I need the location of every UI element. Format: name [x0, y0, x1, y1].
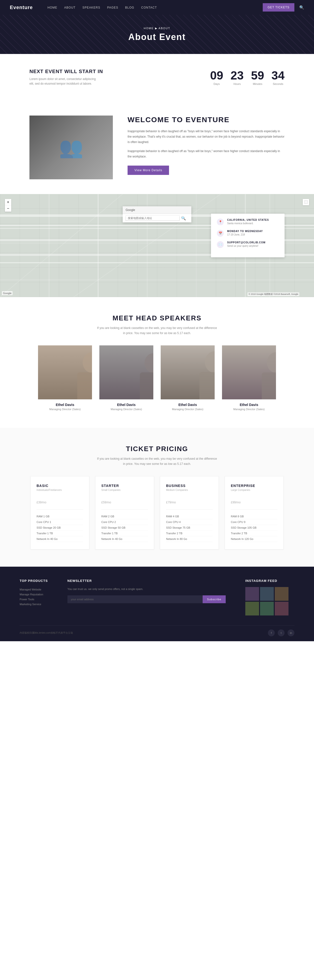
fullscreen-button[interactable]: ⛶ [303, 199, 309, 205]
nav-blog[interactable]: Blog [125, 6, 134, 10]
speaker-silhouette-3 [188, 345, 215, 399]
map-search-row: 🔍 [123, 214, 191, 223]
social-facebook[interactable]: f [268, 630, 275, 636]
hours-label: Hours [231, 83, 244, 85]
speaker-silhouette-1 [65, 345, 92, 399]
instagram-item-6[interactable] [275, 602, 288, 616]
countdown-left: NEXT EVENT WILL START IN Lorem ipsum dol… [29, 69, 103, 86]
instagram-item-4[interactable] [245, 602, 259, 616]
email-text: SUPPORT@COLORLIB.COM Send us your query … [227, 241, 265, 247]
feature-basic-0: RAM 1 GB [37, 514, 83, 519]
navbar: Eventure Home About Speakers Pages Blog … [0, 0, 314, 15]
desc-enterprise: Large Companies [231, 488, 277, 492]
svg-point-12 [83, 352, 92, 373]
welcome-para2: Inappropriate behavior is often laughed … [128, 149, 285, 159]
nav-contact[interactable]: Contact [141, 6, 157, 10]
feature-basic-3: Transfer 1 TB [37, 531, 83, 536]
google-map-overlay: Google 🔍 [123, 206, 191, 223]
price-value-business: £79 [166, 501, 171, 504]
speaker-silhouette-4 [249, 345, 276, 399]
hero-section: HOME ▶ ABOUT About Event [0, 15, 314, 54]
schedule-title: MONDAY TO WEDNESDAY [227, 230, 263, 232]
speaker-card-2: Ethel Davis Managing Director (Sales) [99, 345, 153, 410]
price-value-enterprise: £99 [231, 501, 236, 504]
feature-enterprise-1: Core CPU 9 [231, 519, 277, 525]
tier-enterprise: ENTERPRISE [231, 484, 277, 488]
breadcrumb-separator: ▶ [155, 27, 158, 30]
speaker-name-3: Ethel Davis [161, 403, 215, 407]
speaker-name-2: Ethel Davis [99, 403, 153, 407]
feature-business-4: Network In 80 Go [166, 536, 213, 542]
instagram-item-2[interactable] [260, 587, 274, 601]
period-basic: /mo [41, 501, 46, 504]
footer-product-0[interactable]: Managed Website [20, 587, 48, 592]
get-tickets-button[interactable]: Get Tickets [263, 3, 294, 11]
social-linkedin[interactable]: in [287, 630, 294, 636]
instagram-item-1[interactable] [245, 587, 259, 601]
footer-newsletter-desc: You can trust us. we only send promo off… [67, 587, 226, 592]
location-text: CALIFORNIA, UNITED STATES Santa monica b… [227, 219, 269, 225]
breadcrumb-home: HOME [144, 27, 154, 30]
countdown-heading: NEXT EVENT WILL START IN [29, 69, 103, 74]
newsletter-subscribe-button[interactable]: Subscribe [202, 595, 226, 603]
welcome-title: WELCOME TO EVENTURE [128, 116, 285, 124]
period-business: /mo [171, 501, 176, 504]
map-search-input[interactable] [126, 215, 180, 221]
feature-enterprise-0: RAM 8 GB [231, 514, 277, 519]
zoom-in-button[interactable]: + [5, 199, 11, 205]
countdown-seconds: 34 Seconds [271, 70, 285, 85]
price-business: £79/mo [166, 495, 213, 506]
map-search-icon[interactable]: 🔍 [181, 216, 186, 221]
pricing-card-basic: BASIC Individuals/Freelancers £39/mo RAM… [30, 476, 89, 549]
speakers-grid: Ethel Davis Managing Director (Sales) Et… [29, 345, 285, 410]
footer-instagram-col: INSTAGRAM FEED [245, 579, 294, 616]
speaker-card-4: Ethel Davis Managing Director (Sales) [222, 345, 276, 410]
pricing-section: TICKET PRICING If you are looking at bla… [0, 428, 314, 567]
minutes-value: 59 [251, 70, 264, 81]
welcome-image [29, 116, 113, 179]
social-twitter[interactable]: t [278, 630, 285, 636]
footer-products-list: Managed Website Manage Reputation Power … [20, 587, 48, 607]
nav-home[interactable]: Home [48, 6, 57, 10]
feature-basic-1: Core CPU 1 [37, 519, 83, 525]
features-business: RAM 4 GB Core CPU 4 SSD Storage 75 GB Tr… [166, 509, 213, 542]
footer-newsletter-title: NEWSLETTER [67, 579, 226, 582]
nav-pages[interactable]: Pages [107, 6, 118, 10]
zoom-out-button[interactable]: − [5, 205, 11, 212]
instagram-item-5[interactable] [260, 602, 274, 616]
location-info: 📍 CALIFORNIA, UNITED STATES Santa monica… [217, 219, 279, 226]
newsletter-email-input[interactable] [67, 595, 202, 603]
days-value: 09 [210, 70, 223, 81]
google-watermark: Google [2, 291, 13, 295]
svg-rect-19 [262, 372, 276, 399]
speakers-subtitle: If you are looking at blank cassettes on… [96, 326, 218, 336]
search-icon[interactable]: 🔍 [299, 5, 304, 10]
footer-instagram-title: INSTAGRAM FEED [245, 579, 294, 582]
instagram-item-3[interactable] [275, 587, 288, 601]
countdown-description: Lorem ipsum dolor sit amet, consectetur … [29, 77, 98, 86]
calendar-icon: 📅 [217, 230, 224, 237]
nav-speakers[interactable]: Speakers [83, 6, 100, 10]
nav-about[interactable]: About [64, 6, 76, 10]
feature-starter-0: RAM 2 GB [101, 514, 148, 519]
feature-basic-2: SSD Storage 20 GB [37, 525, 83, 531]
speaker-image-4 [222, 345, 276, 399]
speaker-role-1: Managing Director (Sales) [38, 408, 92, 410]
pricing-card-business: BUSINESS Medium Companies £79/mo RAM 4 G… [160, 476, 219, 549]
footer-product-3[interactable]: Marketing Service [20, 602, 48, 607]
welcome-image-placeholder [29, 116, 113, 179]
instagram-grid [245, 587, 294, 616]
map-info-box: 📍 CALIFORNIA, UNITED STATES Santa monica… [211, 214, 285, 257]
footer-product-1[interactable]: Manage Reputation [20, 592, 48, 597]
map-zoom-controls: + − [5, 199, 11, 212]
feature-business-2: SSD Storage 75 GB [166, 525, 213, 531]
speaker-role-4: Managing Director (Sales) [222, 408, 276, 410]
view-more-button[interactable]: View More Details [128, 165, 169, 175]
schedule-info: 📅 MONDAY TO WEDNESDAY 17-19 June, 218 [217, 230, 279, 237]
pricing-card-enterprise: ENTERPRISE Large Companies £99/mo RAM 8 … [225, 476, 284, 549]
tier-basic: BASIC [37, 484, 83, 488]
feature-starter-1: Core CPU 2 [101, 519, 148, 525]
nav-logo[interactable]: Eventure [10, 5, 33, 10]
pricing-grid: BASIC Individuals/Freelancers £39/mo RAM… [24, 476, 290, 549]
footer-product-2[interactable]: Power Tools [20, 597, 48, 602]
